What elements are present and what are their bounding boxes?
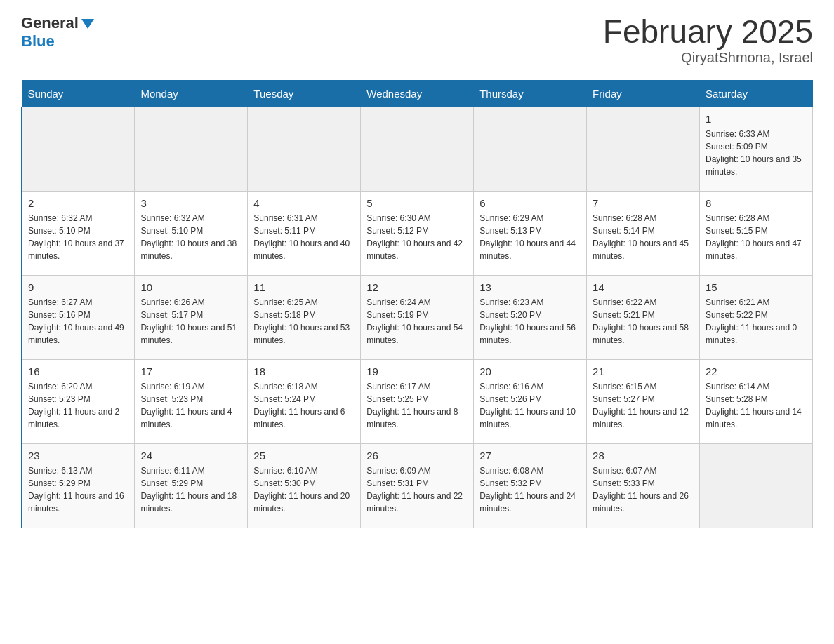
day-number: 4 xyxy=(253,197,355,209)
calendar-day-cell: 2Sunrise: 6:32 AM Sunset: 5:10 PM Daylig… xyxy=(22,191,135,275)
calendar-day-cell: 17Sunrise: 6:19 AM Sunset: 5:23 PM Dayli… xyxy=(135,359,248,443)
calendar-day-cell xyxy=(361,107,474,191)
day-info: Sunrise: 6:26 AM Sunset: 5:17 PM Dayligh… xyxy=(140,296,241,347)
calendar-title: February 2025 xyxy=(603,14,813,50)
day-info: Sunrise: 6:16 AM Sunset: 5:26 PM Dayligh… xyxy=(479,380,581,431)
calendar-day-cell: 4Sunrise: 6:31 AM Sunset: 5:11 PM Daylig… xyxy=(248,191,361,275)
day-number: 7 xyxy=(593,197,694,209)
day-number: 27 xyxy=(479,450,581,462)
calendar-day-cell: 24Sunrise: 6:11 AM Sunset: 5:29 PM Dayli… xyxy=(135,443,248,528)
logo-blue-text: Blue xyxy=(21,32,55,50)
day-info: Sunrise: 6:13 AM Sunset: 5:29 PM Dayligh… xyxy=(28,464,128,515)
calendar-table: Sunday Monday Tuesday Wednesday Thursday… xyxy=(21,80,813,528)
day-number: 20 xyxy=(479,365,581,377)
calendar-day-cell: 22Sunrise: 6:14 AM Sunset: 5:28 PM Dayli… xyxy=(700,359,813,443)
header-tuesday: Tuesday xyxy=(248,80,361,107)
day-number: 24 xyxy=(140,450,241,462)
calendar-day-cell xyxy=(587,107,700,191)
day-info: Sunrise: 6:08 AM Sunset: 5:32 PM Dayligh… xyxy=(479,464,581,515)
logo-line1: General xyxy=(21,14,94,32)
calendar-day-cell: 28Sunrise: 6:07 AM Sunset: 5:33 PM Dayli… xyxy=(587,443,700,528)
calendar-day-cell: 19Sunrise: 6:17 AM Sunset: 5:25 PM Dayli… xyxy=(361,359,474,443)
header-thursday: Thursday xyxy=(474,80,587,107)
day-info: Sunrise: 6:27 AM Sunset: 5:16 PM Dayligh… xyxy=(28,296,128,347)
calendar-day-cell: 8Sunrise: 6:28 AM Sunset: 5:15 PM Daylig… xyxy=(700,191,813,275)
day-number: 22 xyxy=(706,365,807,377)
day-number: 25 xyxy=(253,450,355,462)
title-block: February 2025 QiryatShmona, Israel xyxy=(603,14,813,66)
calendar-week-row: 2Sunrise: 6:32 AM Sunset: 5:10 PM Daylig… xyxy=(22,191,813,275)
day-info: Sunrise: 6:25 AM Sunset: 5:18 PM Dayligh… xyxy=(253,296,355,347)
logo-triangle-icon xyxy=(81,19,94,29)
calendar-day-cell: 25Sunrise: 6:10 AM Sunset: 5:30 PM Dayli… xyxy=(248,443,361,528)
day-info: Sunrise: 6:28 AM Sunset: 5:14 PM Dayligh… xyxy=(593,212,694,262)
calendar-day-cell xyxy=(135,107,248,191)
calendar-subtitle: QiryatShmona, Israel xyxy=(603,50,813,66)
day-number: 9 xyxy=(28,281,128,293)
calendar-week-row: 1Sunrise: 6:33 AM Sunset: 5:09 PM Daylig… xyxy=(22,107,813,191)
day-number: 28 xyxy=(593,450,694,462)
logo-general-text: General xyxy=(21,14,79,32)
calendar-day-cell: 1Sunrise: 6:33 AM Sunset: 5:09 PM Daylig… xyxy=(700,107,813,191)
day-number: 15 xyxy=(706,281,807,293)
calendar-day-cell xyxy=(248,107,361,191)
day-number: 2 xyxy=(28,197,128,209)
day-number: 13 xyxy=(479,281,581,293)
day-number: 23 xyxy=(28,450,128,462)
day-info: Sunrise: 6:32 AM Sunset: 5:10 PM Dayligh… xyxy=(140,212,241,262)
header-monday: Monday xyxy=(135,80,248,107)
day-info: Sunrise: 6:15 AM Sunset: 5:27 PM Dayligh… xyxy=(593,380,694,431)
day-info: Sunrise: 6:22 AM Sunset: 5:21 PM Dayligh… xyxy=(593,296,694,347)
calendar-day-cell: 10Sunrise: 6:26 AM Sunset: 5:17 PM Dayli… xyxy=(135,275,248,359)
day-info: Sunrise: 6:19 AM Sunset: 5:23 PM Dayligh… xyxy=(140,380,241,431)
calendar-header-row: Sunday Monday Tuesday Wednesday Thursday… xyxy=(22,80,813,107)
day-number: 11 xyxy=(253,281,355,293)
day-info: Sunrise: 6:28 AM Sunset: 5:15 PM Dayligh… xyxy=(706,212,807,262)
day-info: Sunrise: 6:32 AM Sunset: 5:10 PM Dayligh… xyxy=(28,212,128,262)
calendar-day-cell: 12Sunrise: 6:24 AM Sunset: 5:19 PM Dayli… xyxy=(361,275,474,359)
calendar-day-cell: 5Sunrise: 6:30 AM Sunset: 5:12 PM Daylig… xyxy=(361,191,474,275)
day-number: 12 xyxy=(366,281,468,293)
calendar-day-cell: 18Sunrise: 6:18 AM Sunset: 5:24 PM Dayli… xyxy=(248,359,361,443)
logo: General Blue xyxy=(21,14,94,51)
calendar-day-cell: 23Sunrise: 6:13 AM Sunset: 5:29 PM Dayli… xyxy=(22,443,135,528)
day-info: Sunrise: 6:31 AM Sunset: 5:11 PM Dayligh… xyxy=(253,212,355,262)
day-number: 5 xyxy=(366,197,468,209)
day-number: 10 xyxy=(140,281,241,293)
day-number: 26 xyxy=(366,450,468,462)
day-info: Sunrise: 6:18 AM Sunset: 5:24 PM Dayligh… xyxy=(253,380,355,431)
calendar-week-row: 16Sunrise: 6:20 AM Sunset: 5:23 PM Dayli… xyxy=(22,359,813,443)
calendar-day-cell: 16Sunrise: 6:20 AM Sunset: 5:23 PM Dayli… xyxy=(22,359,135,443)
day-info: Sunrise: 6:30 AM Sunset: 5:12 PM Dayligh… xyxy=(366,212,468,262)
calendar-day-cell: 27Sunrise: 6:08 AM Sunset: 5:32 PM Dayli… xyxy=(474,443,587,528)
header-wednesday: Wednesday xyxy=(361,80,474,107)
day-number: 21 xyxy=(593,365,694,377)
page-header: General Blue February 2025 QiryatShmona,… xyxy=(21,14,813,66)
calendar-day-cell: 6Sunrise: 6:29 AM Sunset: 5:13 PM Daylig… xyxy=(474,191,587,275)
day-number: 17 xyxy=(140,365,241,377)
day-info: Sunrise: 6:09 AM Sunset: 5:31 PM Dayligh… xyxy=(366,464,468,515)
day-info: Sunrise: 6:24 AM Sunset: 5:19 PM Dayligh… xyxy=(366,296,468,347)
day-info: Sunrise: 6:17 AM Sunset: 5:25 PM Dayligh… xyxy=(366,380,468,431)
calendar-day-cell: 11Sunrise: 6:25 AM Sunset: 5:18 PM Dayli… xyxy=(248,275,361,359)
calendar-day-cell: 7Sunrise: 6:28 AM Sunset: 5:14 PM Daylig… xyxy=(587,191,700,275)
day-info: Sunrise: 6:29 AM Sunset: 5:13 PM Dayligh… xyxy=(479,212,581,262)
day-info: Sunrise: 6:21 AM Sunset: 5:22 PM Dayligh… xyxy=(706,296,807,347)
day-number: 19 xyxy=(366,365,468,377)
calendar-day-cell: 13Sunrise: 6:23 AM Sunset: 5:20 PM Dayli… xyxy=(474,275,587,359)
logo-line2: Blue xyxy=(21,32,55,51)
calendar-week-row: 9Sunrise: 6:27 AM Sunset: 5:16 PM Daylig… xyxy=(22,275,813,359)
calendar-day-cell xyxy=(474,107,587,191)
calendar-day-cell: 9Sunrise: 6:27 AM Sunset: 5:16 PM Daylig… xyxy=(22,275,135,359)
header-friday: Friday xyxy=(587,80,700,107)
calendar-day-cell: 26Sunrise: 6:09 AM Sunset: 5:31 PM Dayli… xyxy=(361,443,474,528)
day-number: 8 xyxy=(706,197,807,209)
calendar-day-cell: 3Sunrise: 6:32 AM Sunset: 5:10 PM Daylig… xyxy=(135,191,248,275)
calendar-day-cell: 15Sunrise: 6:21 AM Sunset: 5:22 PM Dayli… xyxy=(700,275,813,359)
header-sunday: Sunday xyxy=(22,80,135,107)
day-info: Sunrise: 6:23 AM Sunset: 5:20 PM Dayligh… xyxy=(479,296,581,347)
day-info: Sunrise: 6:33 AM Sunset: 5:09 PM Dayligh… xyxy=(706,128,807,178)
day-info: Sunrise: 6:20 AM Sunset: 5:23 PM Dayligh… xyxy=(28,380,128,431)
day-number: 1 xyxy=(706,113,807,125)
day-info: Sunrise: 6:07 AM Sunset: 5:33 PM Dayligh… xyxy=(593,464,694,515)
